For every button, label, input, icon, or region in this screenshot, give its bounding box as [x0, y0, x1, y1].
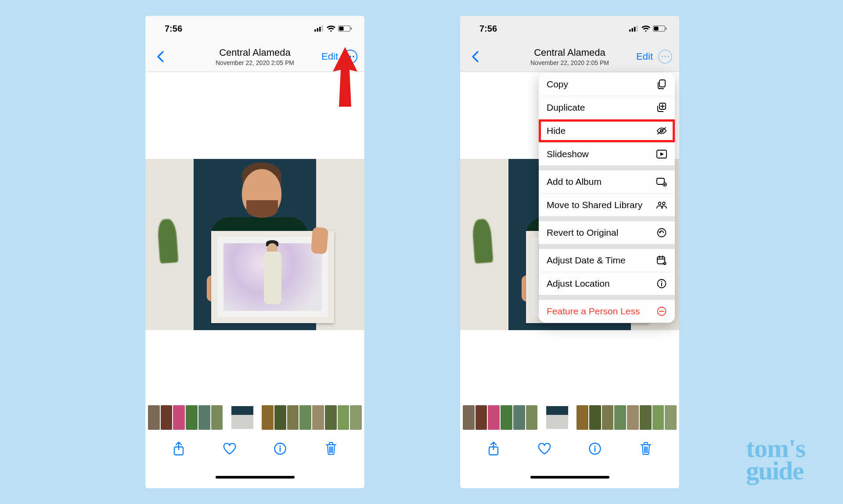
menu-item-label: Move to Shared Library [547, 200, 642, 210]
thumbnail[interactable] [211, 405, 223, 430]
location-info-icon [656, 278, 667, 289]
svg-point-27 [658, 202, 661, 205]
svg-rect-0 [314, 29, 316, 32]
thumbnail[interactable] [576, 405, 588, 430]
context-menu: Copy Duplicate Hide Slideshow Add to Alb… [539, 73, 675, 323]
thumbnail[interactable] [602, 405, 614, 430]
svg-rect-2 [319, 27, 321, 32]
thumbnail[interactable] [488, 405, 500, 430]
thumbnail[interactable] [652, 405, 664, 430]
svg-rect-12 [632, 28, 634, 32]
menu-separator [539, 216, 675, 221]
delete-button[interactable] [639, 442, 652, 455]
back-button[interactable] [152, 49, 168, 65]
cellular-icon [314, 25, 324, 32]
photo-filmstrip[interactable] [145, 404, 364, 431]
photo-filmstrip[interactable] [460, 404, 679, 431]
svg-rect-6 [351, 28, 352, 30]
thumbnail[interactable] [476, 405, 487, 430]
favorite-button[interactable] [223, 442, 236, 455]
home-indicator[interactable] [530, 476, 609, 479]
heart-icon [538, 443, 551, 455]
thumbnail[interactable] [161, 405, 173, 430]
thumbnail[interactable] [350, 405, 362, 430]
svg-point-33 [661, 281, 663, 282]
menu-item-duplicate[interactable]: Duplicate [539, 96, 675, 119]
back-button[interactable] [467, 49, 483, 65]
thumbnail[interactable] [299, 405, 311, 430]
home-indicator-area [460, 466, 679, 488]
chevron-left-icon [472, 51, 479, 62]
status-icons [314, 25, 352, 32]
menu-item-slideshow[interactable]: Slideshow [539, 142, 675, 166]
more-button[interactable] [343, 50, 357, 64]
info-button[interactable] [588, 442, 602, 455]
menu-item-label: Hide [547, 126, 566, 136]
home-indicator[interactable] [216, 476, 295, 479]
thumbnail-current[interactable] [231, 405, 254, 430]
thumbnail[interactable] [614, 405, 626, 430]
calendar-icon [656, 255, 667, 266]
menu-item-adjust-location[interactable]: Adjust Location [539, 272, 675, 295]
watermark-line2: guide [746, 460, 805, 482]
thumbnail[interactable] [312, 405, 324, 430]
thumbnail[interactable] [665, 405, 677, 430]
status-time: 7:56 [165, 24, 182, 34]
menu-item-label: Feature a Person Less [547, 306, 640, 317]
svg-rect-13 [634, 27, 636, 32]
share-button[interactable] [487, 442, 500, 455]
thumbnail[interactable] [501, 405, 512, 430]
menu-item-copy[interactable]: Copy [539, 73, 675, 96]
menu-item-label: Revert to Original [547, 227, 618, 238]
info-icon [274, 443, 286, 455]
thumbnail-current[interactable] [545, 405, 569, 430]
favorite-button[interactable] [538, 442, 551, 455]
info-button[interactable] [274, 442, 287, 455]
edit-button[interactable]: Edit [636, 51, 653, 62]
thumbnail[interactable] [148, 405, 160, 430]
menu-item-adjust-date[interactable]: Adjust Date & Time [539, 248, 675, 272]
bottom-toolbar [145, 431, 364, 466]
battery-icon [338, 25, 352, 32]
svg-point-29 [658, 229, 666, 237]
thumbnail[interactable] [325, 405, 337, 430]
current-photo [145, 159, 364, 330]
thumbnail[interactable] [513, 405, 525, 430]
menu-item-revert[interactable]: Revert to Original [539, 221, 675, 244]
thumbnail[interactable] [287, 405, 299, 430]
thumbnail[interactable] [627, 405, 639, 430]
hide-icon [656, 126, 667, 136]
svg-rect-1 [317, 28, 319, 32]
edit-button[interactable]: Edit [321, 51, 338, 62]
thumbnail[interactable] [186, 405, 198, 430]
photo-viewer[interactable] [145, 72, 364, 404]
thumbnail[interactable] [463, 405, 475, 430]
menu-item-hide[interactable]: Hide [539, 119, 675, 142]
menu-item-add-to-album[interactable]: Add to Album [539, 170, 675, 193]
bottom-toolbar [460, 431, 679, 466]
wifi-icon [641, 25, 650, 32]
ellipsis-icon [661, 56, 669, 58]
menu-separator [539, 166, 675, 170]
page-subtitle: November 22, 2020 2:05 PM [530, 59, 609, 66]
thumbnail[interactable] [589, 405, 601, 430]
thumbnail[interactable] [173, 405, 185, 430]
minus-circle-icon [656, 306, 667, 317]
thumbnail[interactable] [262, 405, 274, 430]
more-button[interactable] [658, 50, 672, 64]
thumbnail[interactable] [274, 405, 286, 430]
watermark: tom's guide [746, 437, 805, 482]
delete-button[interactable] [324, 442, 338, 455]
wifi-icon [327, 25, 335, 32]
header-title-block: Central Alameda November 22, 2020 2:05 P… [530, 47, 609, 66]
share-button[interactable] [172, 442, 185, 455]
menu-item-move-shared[interactable]: Move to Shared Library [539, 193, 675, 216]
thumbnail[interactable] [338, 405, 349, 430]
thumbnail[interactable] [198, 405, 210, 430]
thumbnail[interactable] [526, 405, 538, 430]
svg-rect-3 [322, 25, 324, 32]
header-title-block: Central Alameda November 22, 2020 2:05 P… [216, 47, 294, 66]
svg-rect-17 [666, 28, 666, 30]
thumbnail[interactable] [640, 405, 652, 430]
menu-item-feature-less[interactable]: Feature a Person Less [539, 299, 675, 323]
